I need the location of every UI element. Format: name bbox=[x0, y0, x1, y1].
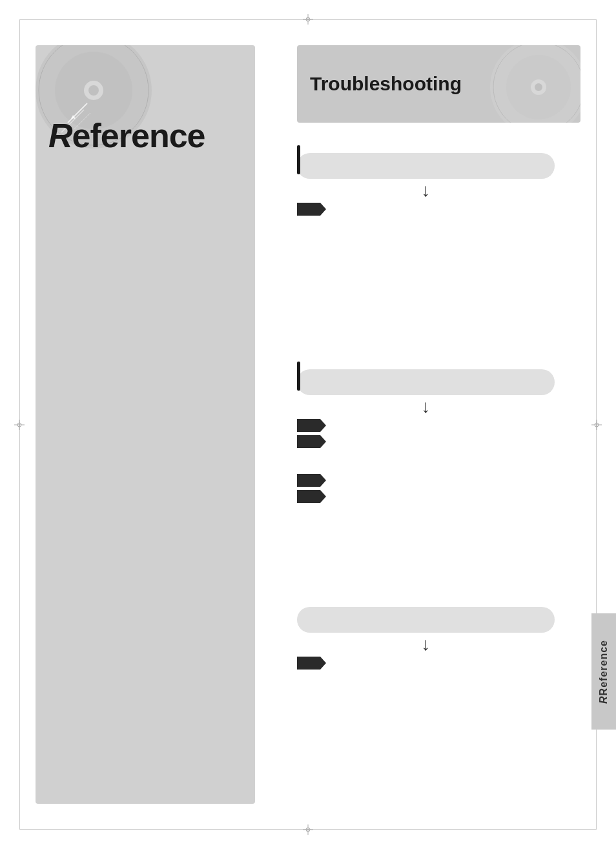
section2-flow-box bbox=[297, 369, 555, 395]
svg-point-16 bbox=[88, 85, 99, 96]
tab-rest: Reference bbox=[598, 640, 609, 695]
section2-bar bbox=[297, 362, 300, 391]
reference-r: R bbox=[48, 117, 72, 154]
cross-left bbox=[14, 420, 25, 430]
bullet-arrow-icon-2d bbox=[297, 490, 326, 503]
section1-bullet-1 bbox=[297, 203, 555, 216]
section3: ↓ bbox=[297, 607, 555, 673]
section1: ↓ bbox=[297, 145, 555, 258]
right-panel: Troubleshooting ↓ bbox=[297, 45, 580, 804]
reference-title: Reference bbox=[48, 116, 205, 155]
section2-bullet-3 bbox=[297, 474, 555, 487]
tab-r: R bbox=[598, 695, 609, 704]
troubleshooting-title: Troubleshooting bbox=[310, 73, 462, 95]
section3-flow-box bbox=[297, 607, 555, 633]
section3-arrow: ↓ bbox=[297, 635, 555, 653]
bullet-arrow-icon-2c bbox=[297, 474, 326, 487]
cross-right bbox=[591, 420, 602, 430]
cross-bottom bbox=[303, 824, 313, 835]
right-tab-text: RReference bbox=[598, 640, 610, 704]
reference-rest: eference bbox=[72, 117, 205, 154]
bullet-arrow-icon bbox=[297, 203, 326, 216]
section2-arrow: ↓ bbox=[297, 398, 555, 416]
section1-bar bbox=[297, 145, 300, 174]
bullet-arrow-icon-3a bbox=[297, 657, 326, 670]
section1-arrow: ↓ bbox=[297, 181, 555, 199]
section2-bullet-2 bbox=[297, 435, 555, 448]
section2-bullet-4 bbox=[297, 490, 555, 503]
troubleshooting-header: Troubleshooting bbox=[297, 45, 580, 123]
cross-top bbox=[303, 14, 313, 25]
bullet-arrow-icon-2a bbox=[297, 419, 326, 432]
disc-graphic-right bbox=[487, 45, 580, 123]
section2: ↓ bbox=[297, 362, 555, 506]
left-panel: Reference bbox=[36, 45, 255, 804]
section2-bullet-1 bbox=[297, 419, 555, 432]
section1-flow-box bbox=[297, 153, 555, 179]
svg-point-25 bbox=[535, 83, 542, 91]
section3-bullet-1 bbox=[297, 657, 555, 670]
right-tab: RReference bbox=[591, 613, 616, 730]
bullet-arrow-icon-2b bbox=[297, 435, 326, 448]
